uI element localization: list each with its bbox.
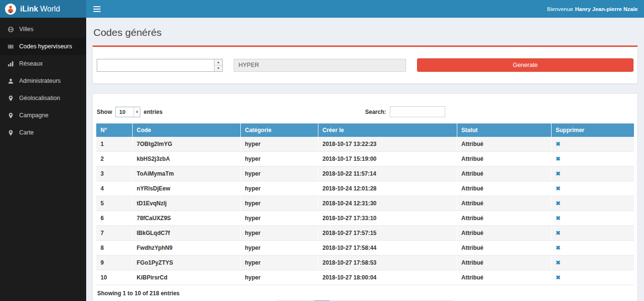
cell-code: KiBPirsrCd — [132, 270, 240, 285]
sidebar-item-carte[interactable]: Carte — [0, 124, 86, 141]
cell-created: 2018-10-17 15:19:00 — [318, 152, 457, 167]
table-row: 17OBtg2lmYGhyper2018-10-17 13:22:23Attri… — [96, 137, 634, 152]
delete-code-button[interactable]: ✖ — [556, 245, 561, 251]
cell-code: tD1EvqNzlj — [132, 196, 240, 211]
cell-status: Attribué — [457, 167, 551, 181]
cell-created: 2018-10-27 18:00:04 — [318, 270, 457, 285]
cell-num: 6 — [96, 211, 132, 226]
cell-delete: ✖ — [551, 137, 634, 152]
cell-category: hyper — [240, 152, 318, 167]
cell-category: hyper — [240, 256, 318, 270]
delete-code-button[interactable]: ✖ — [556, 259, 561, 266]
cell-status: Attribué — [457, 270, 551, 285]
delete-code-button[interactable]: ✖ — [556, 215, 561, 222]
sidebar-item-label: Campagne — [19, 112, 48, 119]
cell-status: Attribué — [457, 211, 551, 226]
user-name: Hanry Jean-pierre Nzale — [575, 6, 638, 12]
stepper-up-icon[interactable]: ▲ — [215, 59, 222, 66]
sidebar-item-label: Réseaux — [19, 60, 43, 67]
cell-created: 2018-10-27 17:57:15 — [318, 226, 457, 241]
table-row: 3ToAiMymaTmhyper2018-10-22 11:57:14Attri… — [96, 167, 634, 181]
sidebar-item-codes-hyperviseurs[interactable]: Codes hyperviseurs — [0, 38, 86, 55]
cell-num: 3 — [96, 167, 132, 181]
cell-created: 2018-10-17 13:22:23 — [318, 137, 457, 152]
top-navbar: iLink World Bienvenue Hanry Jean-pierre … — [0, 0, 644, 18]
page-size-select[interactable]: 10 ∨ — [115, 107, 140, 117]
table-row: 9FGo1PyZTYShyper2018-10-27 17:58:53Attri… — [96, 256, 634, 270]
sidebar-toggle-button[interactable] — [86, 0, 107, 18]
quantity-stepper[interactable]: ▲ ▼ — [214, 59, 222, 71]
cell-code: nYRlsDjEew — [132, 181, 240, 196]
cell-created: 2018-10-27 17:58:53 — [318, 256, 457, 270]
sidebar-item-administrateurs[interactable]: Administrateurs — [0, 72, 86, 89]
delete-code-button[interactable]: ✖ — [556, 274, 561, 281]
cell-delete: ✖ — [551, 241, 634, 256]
column-header-category[interactable]: Catégorie — [240, 123, 318, 137]
cell-category: hyper — [240, 167, 318, 181]
sidebar-item-reseaux[interactable]: Réseaux — [0, 55, 86, 72]
column-header-created[interactable]: Créer le — [318, 123, 457, 137]
column-header-code[interactable]: Code — [132, 123, 240, 137]
cell-code: FGo1PyZTYS — [132, 256, 240, 270]
table-row: 678fCaUXZ9Shyper2018-10-27 17:33:10Attri… — [96, 211, 634, 226]
cell-code: 78fCaUXZ9S — [132, 211, 240, 226]
cell-delete: ✖ — [551, 211, 634, 226]
sidebar-item-villes[interactable]: Villes — [0, 21, 86, 38]
cell-status: Attribué — [457, 152, 551, 167]
category-input[interactable] — [234, 59, 406, 72]
cell-num: 9 — [96, 256, 132, 270]
codes-table: N°CodeCatégorieCréer leStatutSupprimer 1… — [96, 123, 634, 285]
cell-delete: ✖ — [551, 152, 634, 167]
cell-code: FwdhzYphN9 — [132, 241, 240, 256]
cell-category: hyper — [240, 181, 318, 196]
delete-code-button[interactable]: ✖ — [556, 141, 561, 147]
sidebar-item-label: Villes — [19, 26, 34, 33]
brand-name: iLink World — [20, 5, 60, 13]
sidebar-item-label: Administrateurs — [19, 78, 61, 84]
cell-status: Attribué — [457, 181, 551, 196]
cell-category: hyper — [240, 196, 318, 211]
quantity-input[interactable]: ▲ ▼ — [97, 59, 223, 72]
delete-code-button[interactable]: ✖ — [556, 170, 561, 177]
app-logo-icon — [5, 3, 16, 15]
column-header-delete[interactable]: Supprimer — [551, 123, 634, 137]
cell-num: 5 — [96, 196, 132, 211]
quantity-field[interactable] — [97, 59, 214, 71]
sidebar-menu: VillesCodes hyperviseursRéseauxAdministr… — [0, 21, 86, 141]
cell-code: ToAiMymaTm — [132, 167, 240, 181]
search-control: Search: — [365, 106, 634, 117]
cell-created: 2018-10-24 12:01:28 — [318, 181, 457, 196]
search-input[interactable] — [390, 106, 445, 117]
map-marker-icon — [8, 112, 14, 119]
sidebar-item-geolocalisation[interactable]: Géolocalisation — [0, 89, 86, 107]
sidebar-item-label: Carte — [19, 129, 34, 136]
stepper-down-icon[interactable]: ▼ — [215, 66, 222, 71]
delete-code-button[interactable]: ✖ — [556, 185, 561, 192]
sidebar-item-label: Géolocalisation — [19, 95, 60, 101]
codes-table-panel: Show 10 ∨ entries Search: N°CodeCatégori… — [92, 93, 638, 301]
table-row: 2kbHS2j3zbAhyper2018-10-17 15:19:00Attri… — [96, 152, 634, 167]
sidebar-item-campagne[interactable]: Campagne — [0, 107, 86, 124]
cell-delete: ✖ — [551, 196, 634, 211]
table-row: 7IBkGLqdC7fhyper2018-10-27 17:57:15Attri… — [96, 226, 634, 241]
column-header-num[interactable]: N° — [96, 123, 132, 137]
generate-button[interactable]: Generate — [417, 58, 633, 72]
delete-code-button[interactable]: ✖ — [556, 156, 561, 162]
main-content: Codes générés ▲ ▼ Generate Show 10 ∨ en — [86, 18, 644, 301]
brand[interactable]: iLink World — [0, 0, 86, 18]
column-header-status[interactable]: Statut — [457, 123, 551, 137]
cell-delete: ✖ — [551, 167, 634, 181]
barcode-icon — [8, 44, 14, 50]
cell-category: hyper — [240, 226, 318, 241]
map-marker-icon — [8, 95, 14, 101]
cell-delete: ✖ — [551, 226, 634, 241]
cell-num: 4 — [96, 181, 132, 196]
table-row: 8FwdhzYphN9hyper2018-10-27 17:58:44Attri… — [96, 241, 634, 256]
cell-created: 2018-10-27 17:33:10 — [318, 211, 457, 226]
cell-delete: ✖ — [551, 270, 634, 285]
table-row: 5tD1EvqNzljhyper2018-10-24 12:31:30Attri… — [96, 196, 634, 211]
user-icon — [8, 78, 14, 84]
delete-code-button[interactable]: ✖ — [556, 200, 561, 207]
cell-delete: ✖ — [551, 256, 634, 270]
delete-code-button[interactable]: ✖ — [556, 230, 561, 236]
